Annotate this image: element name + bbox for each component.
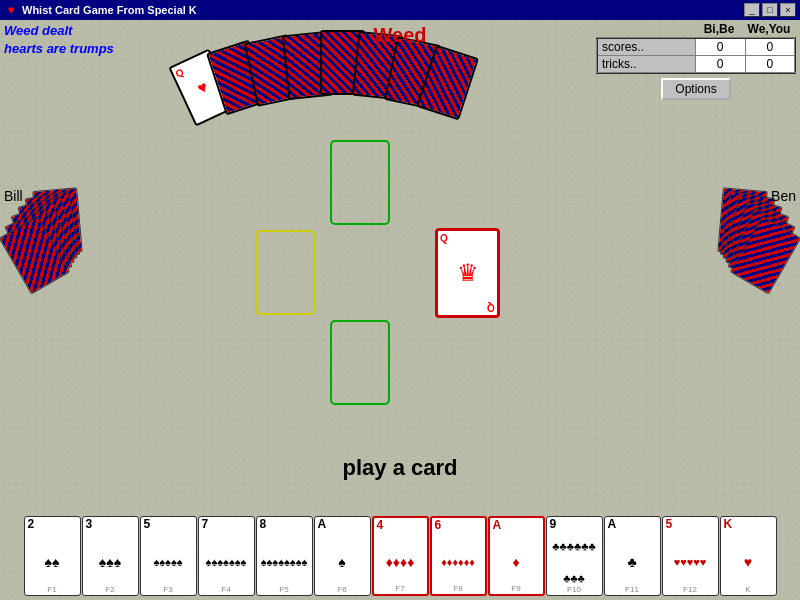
player-hand: 2♠♠F13♠♠♠F25♠♠♠♠♠F37♠♠♠♠♠♠♠F48♠♠♠♠♠♠♠♠F5…	[0, 516, 800, 596]
hand-card-1[interactable]: 2♠♠F1	[24, 516, 81, 596]
hand-card-9[interactable]: A♦F9	[488, 516, 545, 596]
close-button[interactable]: ×	[780, 3, 796, 17]
hand-card-2[interactable]: 3♠♠♠F2	[82, 516, 139, 596]
tricks-bi-value: 0	[695, 56, 745, 74]
score-bi-value: 0	[695, 38, 745, 56]
hand-card-6[interactable]: A♠F6	[314, 516, 371, 596]
play-slot-top	[330, 140, 390, 225]
game-info: Weed dealt hearts are trumps	[4, 22, 114, 58]
score-area: Bi,Be We,You scores.. 0 0 tricks.. 0 0 O…	[596, 22, 796, 100]
center-played-card: Q ♛ Q	[435, 228, 500, 318]
hand-card-8[interactable]: 6♦♦♦♦♦♦F8	[430, 516, 487, 596]
options-button[interactable]: Options	[661, 78, 730, 100]
tricks-label: tricks..	[597, 56, 695, 74]
title-text: Whist Card Game From Special K	[22, 4, 744, 16]
play-prompt: play a card	[343, 455, 458, 481]
maximize-button[interactable]: □	[762, 3, 778, 17]
hand-card-7[interactable]: 4♦♦♦♦F7	[372, 516, 429, 596]
weed-player-label: Weed	[374, 24, 427, 47]
minimize-button[interactable]: _	[744, 3, 760, 17]
play-slot-left	[255, 230, 315, 315]
score-row-scores: scores.. 0 0	[597, 38, 795, 56]
tricks-we-value: 0	[745, 56, 795, 74]
bill-hand	[10, 200, 120, 280]
hand-card-5[interactable]: 8♠♠♠♠♠♠♠♠F5	[256, 516, 313, 596]
hand-card-11[interactable]: A♣F11	[604, 516, 661, 596]
score-label: scores..	[597, 38, 695, 56]
deal-info: Weed dealt	[4, 22, 114, 40]
score-col-bi: Bi,Be	[694, 22, 744, 36]
play-slot-bottom	[330, 320, 390, 405]
title-bar: ♥ Whist Card Game From Special K _ □ ×	[0, 0, 800, 20]
score-row-tricks: tricks.. 0 0	[597, 56, 795, 74]
hand-card-12[interactable]: 5♥♥♥♥♥F12	[662, 516, 719, 596]
ben-player-label: Ben	[771, 188, 796, 204]
title-icon: ♥	[4, 3, 18, 17]
trump-info: hearts are trumps	[4, 40, 114, 58]
hand-card-4[interactable]: 7♠♠♠♠♠♠♠F4	[198, 516, 255, 596]
title-buttons: _ □ ×	[744, 3, 796, 17]
score-col-we: We,You	[744, 22, 794, 36]
score-we-value: 0	[745, 38, 795, 56]
weed-hand: Q ♥ Q	[180, 30, 500, 125]
hand-card-10[interactable]: 9♣♣♣♣♣♣♣♣♣F10	[546, 516, 603, 596]
hand-card-13[interactable]: K♥K	[720, 516, 777, 596]
bill-player-label: Bill	[4, 188, 23, 204]
ben-hand	[680, 200, 790, 280]
score-header: Bi,Be We,You	[596, 22, 796, 36]
hand-card-3[interactable]: 5♠♠♠♠♠F3	[140, 516, 197, 596]
score-table: scores.. 0 0 tricks.. 0 0	[596, 37, 796, 74]
